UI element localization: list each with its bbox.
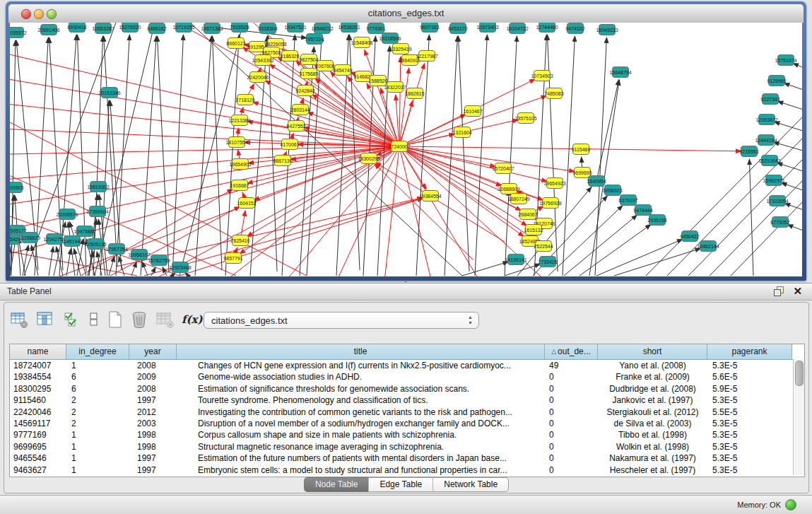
- tab-network-table[interactable]: Network Table: [433, 477, 509, 492]
- graph-node[interactable]: 17359924: [86, 206, 108, 217]
- graph-node[interactable]: 12744480: [536, 23, 558, 33]
- graph-node[interactable]: 18322037: [384, 82, 406, 93]
- graph-node[interactable]: 10734503: [531, 71, 553, 81]
- graph-node[interactable]: 11548408: [351, 37, 373, 48]
- graph-node[interactable]: 8186328: [280, 51, 299, 62]
- table-row[interactable]: 946554611997Estimation of the future num…: [10, 452, 804, 464]
- column-header-title[interactable]: title: [177, 344, 545, 359]
- memory-status-indicator[interactable]: [785, 499, 796, 510]
- column-header-out_degree[interactable]: △out_de...: [545, 344, 598, 359]
- graph-node[interactable]: 2803144: [290, 105, 310, 115]
- graph-node[interactable]: 9450422: [680, 231, 699, 242]
- graph-node[interactable]: 8660123: [226, 38, 245, 49]
- graph-node[interactable]: 4170061: [280, 139, 299, 150]
- graph-node[interactable]: 1604152: [237, 198, 256, 209]
- graph-node[interactable]: 16782759: [148, 255, 170, 266]
- table-settings-icon[interactable]: [10, 310, 30, 332]
- graph-node[interactable]: 9867130: [273, 156, 292, 166]
- graph-node[interactable]: 7825410: [230, 235, 249, 246]
- column-header-year[interactable]: year: [129, 344, 177, 359]
- graph-node[interactable]: 16648794: [609, 67, 631, 78]
- graph-node[interactable]: 14136141: [505, 255, 526, 265]
- table-selector-dropdown[interactable]: citations_edges.txt ▲▼: [204, 312, 479, 329]
- graph-node[interactable]: 16104722: [506, 23, 528, 34]
- float-panel-icon[interactable]: [774, 286, 784, 296]
- graph-node[interactable]: 6379197: [618, 195, 637, 206]
- graph-node[interactable]: 1615132: [524, 225, 543, 235]
- table-row[interactable]: 977716911998Corpus callosum shape and si…: [10, 429, 804, 440]
- graph-node[interactable]: 8958923: [603, 185, 622, 196]
- graph-node[interactable]: 14538201: [338, 23, 360, 33]
- show-columns-icon[interactable]: [36, 310, 56, 332]
- table-row[interactable]: 946362711997Embryonic stem cells: a mode…: [10, 465, 804, 476]
- graph-node[interactable]: 8454749: [333, 65, 352, 76]
- graph-node[interactable]: 6773052: [770, 217, 789, 228]
- close-panel-icon[interactable]: ✕: [793, 285, 802, 298]
- graph-node[interactable]: 8930418: [67, 23, 86, 33]
- new-column-icon[interactable]: [106, 310, 126, 332]
- graph-node[interactable]: 15751074: [775, 55, 796, 66]
- table-vertical-scrollbar[interactable]: [793, 359, 804, 475]
- tab-node-table[interactable]: Node Table: [304, 477, 369, 492]
- graph-node[interactable]: 22420046: [247, 72, 269, 83]
- graph-node[interactable]: 1321604: [452, 127, 471, 138]
- graph-node[interactable]: 20206576: [56, 209, 78, 220]
- graph-node[interactable]: 9857791: [223, 253, 242, 264]
- graph-node[interactable]: 3175685: [299, 69, 318, 79]
- graph-node[interactable]: 10975887: [73, 226, 95, 237]
- table-row[interactable]: 1872400712008Changes of HCN gene express…: [10, 360, 804, 371]
- graph-node[interactable]: 10973403: [476, 23, 498, 33]
- graph-node[interactable]: 7485083: [544, 88, 563, 99]
- graph-node[interactable]: 19347521: [284, 23, 306, 33]
- graph-node[interactable]: 19654903: [229, 159, 251, 170]
- graph-node[interactable]: 1862615: [405, 88, 424, 99]
- graph-node[interactable]: 19218596: [379, 33, 401, 44]
- graph-node[interactable]: 15992971: [763, 175, 784, 186]
- graph-node[interactable]: 2935158: [647, 215, 666, 226]
- graph-node[interactable]: 9607183: [420, 23, 439, 33]
- graph-node[interactable]: 11156829: [19, 233, 40, 243]
- graph-node[interactable]: 10688609: [498, 184, 519, 194]
- graph-node[interactable]: 12213383: [228, 115, 250, 126]
- graph-node[interactable]: 12923468: [169, 262, 191, 273]
- graph-node[interactable]: 11451942: [61, 236, 83, 247]
- graph-node[interactable]: 10653287: [92, 23, 114, 34]
- graph-node[interactable]: 13325419: [389, 44, 411, 54]
- function-builder-icon[interactable]: f(x): [182, 313, 201, 334]
- column-header-name[interactable]: name: [10, 344, 66, 359]
- column-header-in_degree[interactable]: in_degree: [66, 344, 129, 359]
- graph-node[interactable]: 15819302: [87, 182, 109, 192]
- graph-node[interactable]: 15276020: [119, 23, 141, 33]
- scrollbar-thumb[interactable]: [795, 361, 804, 386]
- graph-node[interactable]: 6466162: [147, 23, 166, 34]
- graph-node[interactable]: 18807249: [507, 194, 529, 204]
- table-row[interactable]: 2242004622012Investigating the contribut…: [10, 407, 804, 418]
- graph-node[interactable]: 9474102: [565, 23, 584, 34]
- graph-node[interactable]: 19671388: [201, 23, 223, 34]
- graph-node[interactable]: 14035572: [10, 28, 27, 38]
- graph-node[interactable]: 16210643: [758, 156, 780, 166]
- table-row[interactable]: 1456911722003Disruption of a novel membe…: [10, 418, 804, 429]
- delete-column-icon[interactable]: [130, 310, 150, 332]
- graph-node[interactable]: 7515528: [230, 23, 249, 33]
- graph-node[interactable]: 20153346: [98, 88, 120, 98]
- graph-node[interactable]: 19384554: [419, 191, 441, 201]
- graph-node[interactable]: 1733426: [538, 257, 557, 267]
- network-graph-canvas[interactable]: 1724000718300295866012389129541822605898…: [10, 23, 802, 276]
- graph-node[interactable]: 19756928: [539, 198, 561, 209]
- graph-node[interactable]: 16548212: [311, 23, 333, 34]
- select-columns-icon[interactable]: [63, 310, 83, 332]
- graph-node[interactable]: 10958107: [128, 250, 150, 260]
- tab-edge-table[interactable]: Edge Table: [368, 477, 433, 492]
- table-row[interactable]: 911546021997Tourette syndrome. Phenomeno…: [10, 395, 804, 406]
- graph-node[interactable]: 18300295: [358, 153, 379, 164]
- graph-node[interactable]: 10462144: [697, 241, 719, 252]
- graph-node[interactable]: 8453170: [448, 23, 467, 34]
- graph-node[interactable]: 8318304: [258, 23, 277, 34]
- graph-node[interactable]: 20691406: [37, 25, 59, 35]
- graph-node[interactable]: 13575105: [514, 113, 536, 124]
- column-header-short[interactable]: short: [598, 344, 707, 359]
- network-window-titlebar[interactable]: citations_edges.txt: [8, 4, 804, 23]
- graph-node[interactable]: 12093872: [755, 115, 777, 125]
- graph-node[interactable]: 8427552: [286, 121, 305, 132]
